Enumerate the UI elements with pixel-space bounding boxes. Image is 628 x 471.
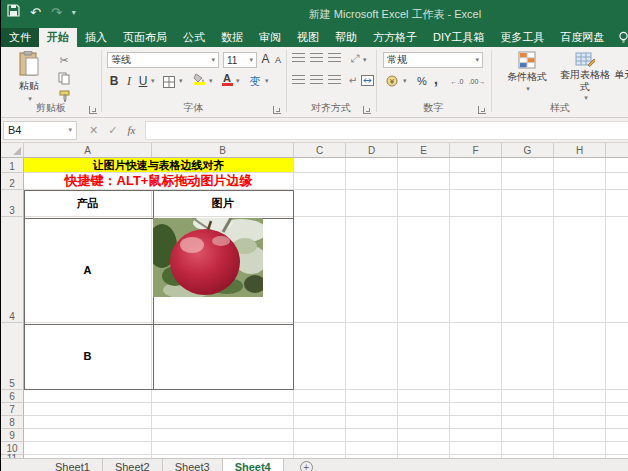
cell[interactable]: [398, 403, 450, 416]
cell[interactable]: [294, 429, 346, 442]
sheet-tab-3[interactable]: Sheet3: [163, 459, 223, 471]
underline-dropdown-icon[interactable]: ▾: [151, 77, 155, 85]
cell[interactable]: [398, 217, 450, 323]
tab-page-layout[interactable]: 页面布局: [115, 28, 175, 47]
cell[interactable]: [346, 173, 398, 190]
align-left-button[interactable]: [292, 75, 305, 84]
formula-input[interactable]: [145, 121, 628, 140]
cell-b3-image-header[interactable]: 图片: [152, 190, 294, 217]
italic-button[interactable]: I: [123, 73, 135, 89]
cell[interactable]: [294, 323, 346, 390]
percent-style-button[interactable]: %: [415, 73, 429, 89]
name-box[interactable]: B4 ▾: [3, 121, 77, 140]
cell[interactable]: [346, 442, 398, 455]
format-as-table-button[interactable]: 套用表格格式 ▾: [557, 51, 613, 102]
increase-decimal-button[interactable]: ←.0: [447, 75, 467, 87]
cell[interactable]: [450, 158, 502, 173]
tab-baidu-netdisk[interactable]: 百度网盘: [552, 28, 612, 47]
tab-diy-toolbox[interactable]: DIY工具箱: [425, 28, 492, 47]
copy-button[interactable]: [55, 71, 73, 85]
cell[interactable]: [24, 442, 152, 455]
cell[interactable]: [450, 217, 502, 323]
tab-formulas[interactable]: 公式: [175, 28, 213, 47]
cell-a3-product-header[interactable]: 产品: [24, 190, 152, 217]
accounting-dropdown-icon[interactable]: ▾: [403, 77, 407, 85]
cell[interactable]: [294, 190, 346, 217]
cell[interactable]: [398, 390, 450, 403]
cell[interactable]: [24, 403, 152, 416]
cell[interactable]: [554, 158, 606, 173]
cell[interactable]: [502, 190, 554, 217]
cell[interactable]: [294, 217, 346, 323]
sheet-tab-2[interactable]: Sheet2: [103, 459, 163, 471]
cell[interactable]: [502, 429, 554, 442]
cell[interactable]: [152, 442, 294, 455]
row-header-2[interactable]: 2: [1, 173, 24, 190]
font-color-dropdown-icon[interactable]: ▾: [236, 77, 240, 85]
orientation-dropdown-icon[interactable]: ▾: [363, 56, 367, 64]
cell[interactable]: [398, 416, 450, 429]
cell[interactable]: [502, 442, 554, 455]
decrease-decimal-button[interactable]: .00→: [467, 75, 487, 87]
cell[interactable]: [450, 442, 502, 455]
cell[interactable]: [152, 429, 294, 442]
cell[interactable]: [554, 173, 606, 190]
name-box-dropdown-icon[interactable]: ▾: [68, 126, 72, 134]
sheet-tab-4-active[interactable]: Sheet4: [223, 459, 284, 471]
cell-b5[interactable]: [152, 323, 294, 390]
cell[interactable]: [554, 217, 606, 323]
tab-ffcell[interactable]: 方方格子: [365, 28, 425, 47]
cell[interactable]: [24, 390, 152, 403]
cell[interactable]: [398, 323, 450, 390]
cell[interactable]: [152, 403, 294, 416]
cell[interactable]: [502, 403, 554, 416]
cell[interactable]: [398, 429, 450, 442]
cell[interactable]: [450, 390, 502, 403]
column-header-e[interactable]: E: [398, 143, 450, 158]
orientation-button[interactable]: ⤢: [348, 51, 362, 65]
cell[interactable]: [398, 190, 450, 217]
cell[interactable]: [554, 429, 606, 442]
cell[interactable]: [294, 442, 346, 455]
cell[interactable]: [294, 158, 346, 173]
cell[interactable]: [606, 217, 628, 323]
row-header-6[interactable]: 6: [1, 390, 24, 403]
comma-style-button[interactable]: ,: [431, 71, 441, 87]
font-dialog-launcher[interactable]: [273, 106, 281, 114]
cell[interactable]: [346, 403, 398, 416]
cell-a5-product-b[interactable]: B: [24, 323, 152, 390]
cell[interactable]: [24, 429, 152, 442]
cell[interactable]: [450, 403, 502, 416]
new-sheet-button[interactable]: +: [300, 461, 313, 471]
cell[interactable]: [398, 173, 450, 190]
cell[interactable]: [606, 323, 628, 390]
cell[interactable]: [152, 390, 294, 403]
tell-me-search[interactable]: 操作: [612, 28, 628, 47]
cell[interactable]: [294, 403, 346, 416]
apple-image[interactable]: [153, 218, 263, 297]
number-dialog-launcher[interactable]: [478, 106, 486, 114]
increase-font-button[interactable]: A: [259, 51, 272, 67]
cell[interactable]: [554, 390, 606, 403]
column-header-g[interactable]: G: [502, 143, 554, 158]
wrap-text-button[interactable]: ↵: [346, 73, 360, 87]
borders-button[interactable]: [161, 74, 176, 89]
tab-more-tools[interactable]: 更多工具: [492, 28, 552, 47]
cell[interactable]: [152, 416, 294, 429]
tab-view[interactable]: 视图: [289, 28, 327, 47]
cancel-button[interactable]: ✕: [89, 124, 98, 137]
cell[interactable]: [346, 429, 398, 442]
cell[interactable]: [554, 403, 606, 416]
font-color-button[interactable]: A: [219, 71, 235, 87]
row-header-3[interactable]: 3: [1, 190, 24, 217]
underline-button[interactable]: U: [137, 73, 149, 89]
tab-file[interactable]: 文件: [1, 28, 39, 47]
row-header-1[interactable]: 1: [1, 158, 24, 173]
cell[interactable]: [450, 416, 502, 429]
row-header-4[interactable]: 4: [1, 217, 24, 323]
cell[interactable]: [346, 390, 398, 403]
cell[interactable]: [450, 429, 502, 442]
font-size-dropdown-icon[interactable]: ▾: [249, 56, 253, 64]
cell[interactable]: [606, 173, 628, 190]
cell[interactable]: [606, 429, 628, 442]
